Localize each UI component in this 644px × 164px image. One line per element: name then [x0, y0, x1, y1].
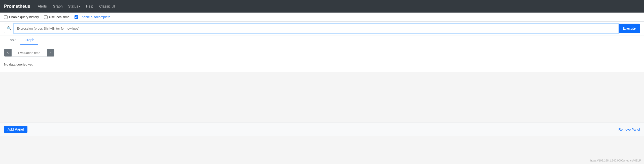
nav-link-alerts[interactable]: Alerts [37, 3, 47, 9]
tabs-container: Table Graph [0, 35, 644, 45]
search-icon: 🔍 [7, 26, 12, 31]
use-local-time-checkbox-label[interactable]: Use local time [44, 15, 70, 19]
remove-panel-link[interactable]: Remove Panel [619, 128, 640, 131]
execute-button[interactable]: Execute [619, 24, 640, 33]
chevron-right-icon: > [50, 51, 51, 54]
nav-link-help[interactable]: Help [85, 3, 94, 9]
enable-query-history-label: Enable query history [9, 15, 39, 19]
search-bar: 🔍 Execute [0, 22, 644, 35]
enable-query-history-checkbox-label[interactable]: Enable query history [4, 15, 39, 19]
tab-table[interactable]: Table [4, 35, 20, 45]
nav-link-graph[interactable]: Graph [52, 3, 63, 9]
nav-dropdown-status[interactable]: Status ▾ [68, 4, 81, 8]
nav-dropdown-status-label: Status [68, 4, 78, 8]
enable-query-history-checkbox[interactable] [4, 15, 8, 19]
navbar: Prometheus Alerts Graph Status ▾ Help Cl… [0, 0, 644, 13]
bottom-row: Add Panel Remove Panel [0, 123, 644, 136]
evaluation-time-row: < > [4, 49, 640, 57]
tab-graph[interactable]: Graph [20, 35, 38, 45]
enable-autocomplete-checkbox[interactable] [75, 15, 78, 19]
toolbar: Enable query history Use local time Enab… [0, 13, 644, 22]
evaluation-time-input[interactable] [12, 49, 47, 57]
eval-prev-button[interactable]: < [4, 49, 12, 57]
no-data-message: No data queried yet [4, 61, 640, 68]
enable-autocomplete-label: Enable autocomplete [80, 15, 110, 19]
eval-next-button[interactable]: > [47, 49, 54, 57]
panel-content: < > No data queried yet [0, 45, 644, 72]
navbar-brand[interactable]: Prometheus [4, 4, 30, 9]
search-icon-button: 🔍 [4, 24, 14, 33]
chevron-left-icon: < [7, 51, 9, 54]
expression-input[interactable] [14, 24, 619, 33]
use-local-time-label: Use local time [49, 15, 70, 19]
chevron-down-icon: ▾ [79, 5, 80, 8]
nav-link-classic-ui[interactable]: Classic UI [99, 3, 116, 9]
enable-autocomplete-checkbox-label[interactable]: Enable autocomplete [75, 15, 110, 19]
use-local-time-checkbox[interactable] [44, 15, 48, 19]
add-panel-button[interactable]: Add Panel [4, 126, 27, 133]
